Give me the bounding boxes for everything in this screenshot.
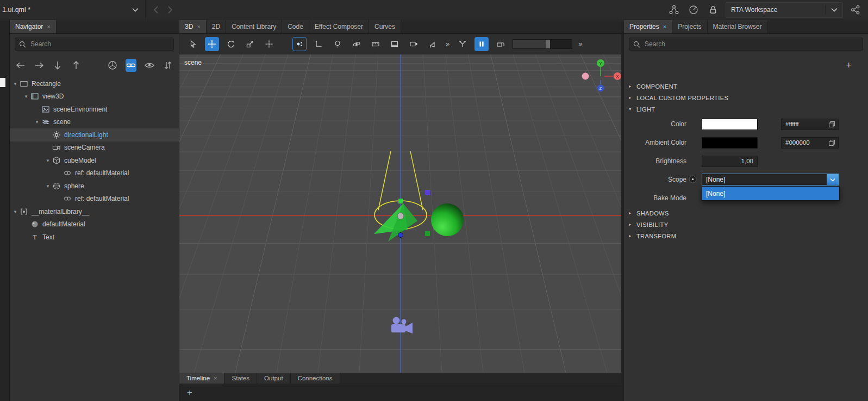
lock-icon[interactable] xyxy=(706,3,720,17)
tree-item-sphere[interactable]: ▾ sphere xyxy=(10,180,179,193)
selection-group-button[interactable] xyxy=(455,37,470,51)
slider-handle[interactable] xyxy=(546,40,550,48)
tree-item-scene[interactable]: ▾ scene xyxy=(10,116,179,129)
scene-camera-gizmo[interactable] xyxy=(391,317,413,334)
tab-code[interactable]: Code xyxy=(282,20,309,33)
expander-icon[interactable]: ▾ xyxy=(34,119,40,125)
navigator-searchbox[interactable] xyxy=(15,38,174,51)
tab-connections[interactable]: Connections xyxy=(291,373,340,384)
move-down-icon[interactable] xyxy=(52,59,64,72)
move-right-icon[interactable] xyxy=(34,59,45,72)
select-tool-button[interactable] xyxy=(186,37,200,51)
tab-properties[interactable]: Properties × xyxy=(624,20,672,33)
section-component[interactable]: ▸ COMPONENT xyxy=(624,81,868,92)
close-icon[interactable]: × xyxy=(214,375,217,381)
move-tool-button[interactable] xyxy=(205,37,219,51)
axis-grid-button[interactable] xyxy=(311,37,326,51)
tab-curves[interactable]: Curves xyxy=(369,20,401,33)
edit-light-button[interactable] xyxy=(330,37,345,51)
color-swatch[interactable] xyxy=(702,119,758,130)
tab-output[interactable]: Output xyxy=(257,373,291,384)
tab-navigator[interactable]: Navigator × xyxy=(10,20,57,33)
orientation-toggle-button[interactable] xyxy=(292,37,307,51)
ambient-hex-input[interactable] xyxy=(784,139,827,146)
eye-icon[interactable] xyxy=(143,59,155,72)
section-visibility[interactable]: ▸ VISIBILITY xyxy=(624,219,868,230)
camera-frustum-button[interactable] xyxy=(426,37,440,51)
tab-states[interactable]: States xyxy=(224,373,257,384)
close-icon[interactable]: × xyxy=(663,24,666,30)
ambient-color-swatch[interactable] xyxy=(702,137,758,149)
binding-indicator-icon[interactable] xyxy=(689,175,697,183)
forward-button[interactable] xyxy=(167,5,173,14)
tab-material-browser[interactable]: Material Browser xyxy=(708,20,768,33)
tab-content-library[interactable]: Content Library xyxy=(226,20,282,33)
section-transform[interactable]: ▸ TRANSFORM xyxy=(624,230,868,242)
expander-icon[interactable]: ▾ xyxy=(12,209,18,214)
tree-item-cubemodel[interactable]: ▾ cubeModel xyxy=(10,154,179,167)
split-view-button[interactable] xyxy=(388,37,402,51)
close-icon[interactable]: × xyxy=(47,24,50,30)
sphere-model[interactable] xyxy=(431,203,464,236)
camera-view-button[interactable] xyxy=(407,37,421,51)
snap-toggle-button[interactable] xyxy=(369,37,383,51)
viewport-3d[interactable]: Y X Z scene xyxy=(179,54,621,373)
expander-icon[interactable]: ▾ xyxy=(45,183,51,189)
pause-particles-button[interactable] xyxy=(474,37,489,51)
expander-icon[interactable]: ▾ xyxy=(45,158,51,163)
add-timeline-button[interactable]: + xyxy=(187,387,192,398)
add-property-button[interactable]: + xyxy=(846,59,852,71)
navigator-search-input[interactable] xyxy=(29,40,170,48)
camera-speed-button[interactable] xyxy=(494,37,508,51)
tab-3d[interactable]: 3D × xyxy=(179,20,207,33)
tree-item-ref-defaultmaterial[interactable]: ref: defaultMaterial xyxy=(10,167,179,180)
fit-selected-button[interactable] xyxy=(262,37,276,51)
section-local-custom-properties[interactable]: ▸ LOCAL CUSTOM PROPERTIES xyxy=(624,92,868,103)
camera-speed-slider[interactable] xyxy=(513,39,572,49)
tree-item-sceneenvironment[interactable]: sceneEnvironment xyxy=(10,103,179,116)
back-button[interactable] xyxy=(153,5,159,14)
rotate-tool-button[interactable] xyxy=(224,37,238,51)
kit-selector-icon[interactable] xyxy=(667,3,681,17)
tree-item-ref-defaultmaterial[interactable]: ref: defaultMaterial xyxy=(10,193,179,206)
toolbar-overflow-button-2[interactable]: » xyxy=(577,40,583,48)
color-hex-input[interactable] xyxy=(784,120,827,128)
orbit-camera-button[interactable] xyxy=(349,37,364,51)
chevron-down-icon[interactable] xyxy=(827,174,838,185)
dropdown-option-none[interactable]: [None] xyxy=(702,187,839,200)
scale-tool-button[interactable] xyxy=(243,37,257,51)
colorwheel-icon[interactable] xyxy=(107,59,118,72)
copy-icon[interactable] xyxy=(828,139,835,146)
workspace-selector[interactable]: RTA Workspace xyxy=(726,2,843,18)
tree-item-view3d[interactable]: ▾ view3D xyxy=(10,90,179,103)
move-up-icon[interactable] xyxy=(70,59,82,72)
tab-2d[interactable]: 2D xyxy=(207,20,226,33)
tab-effect-composer[interactable]: Effect Composer xyxy=(309,20,369,33)
tree-item-defaultmaterial[interactable]: defaultMaterial xyxy=(10,218,179,231)
brightness-input[interactable] xyxy=(702,156,758,167)
tree-item-directionallight[interactable]: directionalLight xyxy=(10,128,179,141)
directional-light-gizmo[interactable] xyxy=(374,151,430,242)
section-light[interactable]: ▾ LIGHT xyxy=(624,103,868,115)
expander-icon[interactable]: ▾ xyxy=(23,94,29,99)
properties-search-input[interactable] xyxy=(644,40,859,48)
expander-icon[interactable]: ▾ xyxy=(12,81,18,87)
tree-item-rectangle[interactable]: ▾ Rectangle xyxy=(10,77,179,90)
gauge-icon[interactable] xyxy=(686,3,701,17)
properties-searchbox[interactable] xyxy=(629,38,863,51)
tree-item-scenecamera[interactable]: sceneCamera xyxy=(10,141,179,155)
tree-item-materiallibrary[interactable]: ▾ __materialLibrary__ xyxy=(10,205,179,218)
tab-timeline[interactable]: Timeline × xyxy=(179,373,224,384)
toolbar-overflow-button[interactable]: » xyxy=(445,40,451,48)
open-document-selector[interactable]: 1.ui.qml * xyxy=(0,0,146,20)
sort-order-icon[interactable] xyxy=(162,59,173,72)
share-icon[interactable] xyxy=(848,3,863,17)
copy-icon[interactable] xyxy=(828,121,835,128)
tab-projects[interactable]: Projects xyxy=(672,20,707,33)
section-shadows[interactable]: ▸ SHADOWS xyxy=(624,207,868,219)
tree-item-text[interactable]: T Text xyxy=(10,231,179,244)
scope-dropdown[interactable]: [None] xyxy=(702,174,839,186)
close-icon[interactable]: × xyxy=(197,24,200,30)
link-button[interactable] xyxy=(126,59,137,72)
move-left-icon[interactable] xyxy=(15,59,27,72)
